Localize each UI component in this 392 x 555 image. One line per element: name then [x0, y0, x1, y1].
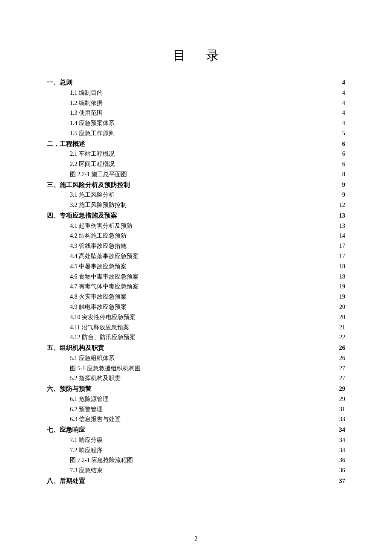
toc-entry[interactable]: 7.2 响应程序34: [47, 445, 345, 456]
toc-entry[interactable]: 1.5 应急工作原则5: [47, 128, 345, 139]
table-of-contents: 一、总则41.1 编制目的41.2 编制依据41.3 使用范围41.4 应急预案…: [47, 77, 345, 486]
toc-section[interactable]: 四、专项应急措施及预案13: [47, 210, 345, 221]
toc-section[interactable]: 二．工程概述6: [47, 139, 345, 149]
toc-page-number: 29: [339, 394, 345, 404]
toc-entry[interactable]: 6.2 预警管理31: [47, 404, 345, 415]
toc-page-number: 4: [342, 77, 345, 88]
toc-page-number: 34: [339, 445, 345, 456]
toc-entry[interactable]: 3.2 施工风险预防控制12: [47, 200, 345, 210]
toc-entry[interactable]: 1.1 编制目的4: [47, 88, 345, 98]
toc-label: 4.12 防台、防汛应急预案: [70, 332, 135, 343]
toc-label: 图 7.2-1 应急抢险流程图: [70, 455, 133, 465]
toc-entry[interactable]: 5.1 应急组织体系26: [47, 353, 345, 363]
toc-entry[interactable]: 图 7.2-1 应急抢险流程图36: [47, 455, 345, 465]
toc-label: 3.2 施工风险预防控制: [70, 200, 127, 210]
toc-page-number: 14: [339, 231, 345, 241]
toc-label: 7.3 应急结束: [70, 465, 103, 476]
toc-section[interactable]: 六、预防与预警29: [47, 384, 345, 394]
toc-entry[interactable]: 7.3 应急结束36: [47, 465, 345, 476]
toc-page-number: 19: [339, 292, 345, 302]
toc-page-number: 4: [342, 108, 345, 118]
toc-page-number: 4: [342, 88, 345, 98]
toc-entry[interactable]: 4.4 高处坠落事故应急预案17: [47, 251, 345, 262]
toc-label: 图 5-1 应急救援组织机构图: [70, 363, 141, 374]
toc-entry[interactable]: 4.8 火灾事故应急预案19: [47, 292, 345, 302]
toc-entry[interactable]: 4.3 管线事故应急措施17: [47, 241, 345, 251]
toc-page-number: 33: [339, 414, 345, 424]
toc-label: 1.3 使用范围: [70, 108, 103, 118]
toc-label: 5.1 应急组织体系: [70, 353, 115, 363]
toc-page-number: 34: [339, 435, 345, 445]
toc-section[interactable]: 三、施工风险分析及预防控制9: [47, 180, 345, 190]
toc-entry[interactable]: 4.6 食物中毒事故应急预案18: [47, 272, 345, 282]
toc-entry[interactable]: 4.7 有毒气体中毒应急预案19: [47, 282, 345, 292]
toc-entry[interactable]: 图 5-1 应急救援组织机构图27: [47, 363, 345, 374]
toc-label: 4.2 结构施工应急预防: [70, 231, 127, 241]
toc-entry[interactable]: 1.3 使用范围4: [47, 108, 345, 118]
toc-entry[interactable]: 图 2.2-1 施工总平面图8: [47, 169, 345, 180]
toc-page-number: 36: [339, 455, 345, 465]
toc-page-number: 4: [342, 118, 345, 128]
toc-page-number: 34: [339, 424, 346, 435]
toc-entry[interactable]: 5.2 指挥机构及职责27: [47, 373, 345, 384]
toc-label: 4.5 中暑事故应急预案: [70, 262, 127, 272]
toc-page-number: 26: [339, 343, 346, 353]
toc-page-number: 13: [339, 210, 346, 221]
toc-entry[interactable]: 4.5 中暑事故应急预案18: [47, 262, 345, 272]
toc-section[interactable]: 五、组织机构及职责26: [47, 343, 345, 353]
toc-page-number: 36: [339, 465, 345, 476]
toc-entry[interactable]: 3.1 施工风险分析9: [47, 190, 345, 200]
toc-entry[interactable]: 1.2 编制依据4: [47, 98, 345, 108]
toc-label: 4.7 有毒气体中毒应急预案: [70, 282, 138, 292]
toc-label: 4.10 突发性停电应急预案: [70, 312, 135, 323]
toc-label: 图 2.2-1 施工总平面图: [70, 169, 127, 180]
toc-label: 5.2 指挥机构及职责: [70, 373, 121, 384]
toc-label: 4.6 食物中毒事故应急预案: [70, 272, 138, 282]
toc-label: 4.8 火灾事故应急预案: [70, 292, 127, 302]
toc-label: 4.1 起重伤害分析及预防: [70, 221, 133, 231]
toc-entry[interactable]: 4.11 沼气释放应急预案21: [47, 323, 345, 333]
toc-label: 4.9 触电事故应急预案: [70, 302, 127, 312]
toc-page-number: 6: [342, 159, 345, 169]
toc-label: 1.4 应急预案体系: [70, 118, 115, 128]
toc-entry[interactable]: 7.1 响应分级34: [47, 435, 345, 445]
toc-entry[interactable]: 2.2 区间工程概况6: [47, 159, 345, 169]
toc-entry[interactable]: 4.12 防台、防汛应急预案22: [47, 332, 345, 343]
toc-section[interactable]: 七、应急响应34: [47, 424, 345, 435]
toc-label: 4.3 管线事故应急措施: [70, 241, 127, 251]
toc-page-number: 22: [339, 332, 345, 343]
toc-entry[interactable]: 1.4 应急预案体系4: [47, 118, 345, 128]
toc-entry[interactable]: 4.10 突发性停电应急预案20: [47, 312, 345, 323]
toc-label: 4.4 高处坠落事故应急预案: [70, 251, 138, 262]
toc-entry[interactable]: 4.1 起重伤害分析及预防13: [47, 221, 345, 231]
toc-section[interactable]: 八、后期处置37: [47, 476, 345, 486]
toc-entry[interactable]: 6.3 信息报告与处置33: [47, 414, 345, 424]
toc-page-number: 37: [339, 476, 346, 486]
toc-page-number: 5: [342, 128, 345, 139]
toc-page-number: 6: [342, 139, 345, 149]
toc-page-number: 20: [339, 302, 345, 312]
toc-label: 一、总则: [47, 77, 72, 88]
toc-page-number: 31: [339, 404, 345, 415]
toc-label: 6.1 危险源管理: [70, 394, 109, 404]
toc-label: 八、后期处置: [47, 476, 85, 486]
toc-entry[interactable]: 4.2 结构施工应急预防14: [47, 231, 345, 241]
toc-page-number: 9: [342, 180, 345, 190]
toc-label: 六、预防与预警: [47, 384, 92, 394]
toc-page-number: 17: [339, 251, 345, 262]
toc-label: 五、组织机构及职责: [47, 343, 104, 353]
toc-page-number: 21: [339, 323, 345, 333]
toc-page-number: 17: [339, 241, 345, 251]
toc-section[interactable]: 一、总则4: [47, 77, 345, 88]
toc-label: 7.2 响应程序: [70, 445, 103, 456]
page-content: 目 录 一、总则41.1 编制目的41.2 编制依据41.3 使用范围41.4 …: [0, 0, 392, 486]
toc-page-number: 26: [339, 353, 345, 363]
toc-entry[interactable]: 6.1 危险源管理29: [47, 394, 345, 404]
toc-label: 3.1 施工风险分析: [70, 190, 115, 200]
toc-entry[interactable]: 4.9 触电事故应急预案20: [47, 302, 345, 312]
toc-entry[interactable]: 2.1 车站工程概况6: [47, 149, 345, 159]
toc-page-number: 19: [339, 282, 345, 292]
toc-label: 三、施工风险分析及预防控制: [47, 180, 130, 190]
toc-page-number: 13: [339, 221, 345, 231]
toc-label: 2.2 区间工程概况: [70, 159, 115, 169]
